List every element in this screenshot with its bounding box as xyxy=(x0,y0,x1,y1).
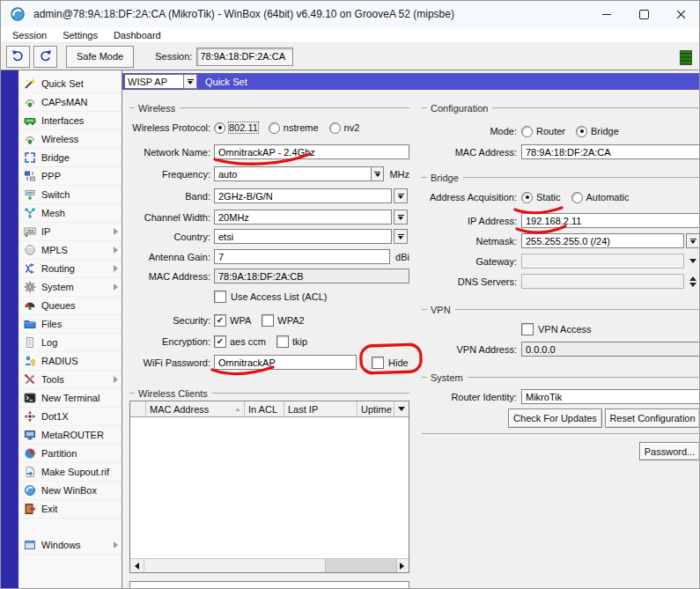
sidebar-item-windows[interactable]: Windows xyxy=(18,536,122,555)
sidebar-item-mpls[interactable]: MPLS xyxy=(18,241,122,260)
menu-session[interactable]: Session xyxy=(4,29,55,41)
sidebar-item-files[interactable]: Files xyxy=(18,315,122,334)
netmask-input[interactable] xyxy=(521,233,684,248)
safe-mode-button[interactable]: Safe Mode xyxy=(66,46,134,68)
band-input[interactable] xyxy=(214,188,392,203)
sidebar-item-radius[interactable]: RADIUS xyxy=(18,352,122,371)
ip-address-input[interactable] xyxy=(521,213,700,228)
hide-password-checkbox[interactable] xyxy=(372,357,384,369)
config-mac-input[interactable] xyxy=(521,144,700,159)
column-header-last-ip[interactable]: Last IP xyxy=(284,401,357,417)
dropdown-icon xyxy=(398,234,404,239)
scrollbar-track[interactable] xyxy=(144,559,394,572)
sidebar-item-system[interactable]: System xyxy=(18,278,122,297)
radio-option-router[interactable]: Router xyxy=(521,126,565,137)
column-header-uptime[interactable]: Uptime xyxy=(357,401,394,417)
winbox-app-icon xyxy=(10,6,26,22)
minimize-icon[interactable] xyxy=(588,1,625,27)
undo-button[interactable] xyxy=(6,46,30,68)
frequency-dropdown-button[interactable] xyxy=(371,166,385,181)
menu-dashboard[interactable]: Dashboard xyxy=(106,29,169,41)
wifi-password-input[interactable] xyxy=(214,355,357,370)
frequency-input[interactable] xyxy=(214,166,372,181)
sidebar-item-label: Partition xyxy=(41,448,77,459)
checkbox-option-tkip[interactable]: tkip xyxy=(276,335,307,348)
band-dropdown-button[interactable] xyxy=(394,188,408,203)
reset-configuration-button[interactable]: Reset Configuration xyxy=(605,409,700,428)
sidebar-item-routing[interactable]: Routing xyxy=(18,260,122,278)
preset-input[interactable] xyxy=(124,74,184,89)
sidebar-item-ip[interactable]: 255IP xyxy=(18,223,122,241)
antenna-gain-input[interactable] xyxy=(214,249,390,264)
sidebar-item-log[interactable]: Log xyxy=(18,334,122,352)
preset-dropdown-button[interactable] xyxy=(183,74,197,89)
sidebar-item-mesh[interactable]: Mesh xyxy=(18,204,122,223)
column-header-in-acl[interactable]: In ACL xyxy=(245,401,284,417)
sidebar-item-ppp[interactable]: PPP xyxy=(18,167,122,186)
channel-width-dropdown-button[interactable] xyxy=(394,210,408,225)
gateway-dropdown-icon[interactable] xyxy=(686,259,700,263)
maximize-icon[interactable] xyxy=(625,1,662,27)
menu-settings[interactable]: Settings xyxy=(55,29,106,41)
column-select-dropdown-button[interactable] xyxy=(394,401,409,417)
network-name-input[interactable] xyxy=(214,144,409,159)
sidebar-item-capsman[interactable]: CAPsMAN xyxy=(18,93,122,112)
radio-option-nv2[interactable]: nv2 xyxy=(329,122,360,134)
use-access-list-checkbox[interactable] xyxy=(214,291,226,303)
redo-button[interactable] xyxy=(33,46,57,68)
sidebar-item-queues[interactable]: Queues xyxy=(18,297,122,315)
close-icon[interactable] xyxy=(662,1,699,27)
gateway-input[interactable] xyxy=(521,254,684,269)
radio-icon xyxy=(329,122,341,134)
dns-updown-icon[interactable] xyxy=(686,276,700,287)
sidebar-item-wireless[interactable]: Wireless xyxy=(18,130,122,149)
system-gear-icon xyxy=(24,281,36,293)
files-icon xyxy=(24,318,36,330)
sidebar-item-switch[interactable]: Switch xyxy=(18,186,122,204)
submenu-arrow-icon xyxy=(114,541,118,549)
password-button[interactable]: Password... xyxy=(639,442,700,460)
radio-option-802-11[interactable]: 802.11 xyxy=(214,122,258,134)
encryption-options: aes ccmtkip xyxy=(214,335,307,348)
checkbox-option-wpa[interactable]: WPA xyxy=(214,314,251,327)
svg-text:255: 255 xyxy=(26,229,33,234)
column-header-mac-address[interactable]: MAC Address xyxy=(146,401,245,417)
sidebar-item-new-terminal[interactable]: New Terminal xyxy=(18,389,122,408)
sidebar-item-label: Files xyxy=(41,319,62,329)
sidebar-item-dot1x[interactable]: Dot1X xyxy=(18,408,122,426)
country-dropdown-button[interactable] xyxy=(394,229,408,244)
channel-width-input[interactable] xyxy=(214,210,392,225)
checkbox-label: tkip xyxy=(292,336,307,347)
horizontal-scrollbar[interactable] xyxy=(130,558,409,572)
radio-option-nstreme[interactable]: nstreme xyxy=(269,122,319,134)
sidebar-item-metarouter[interactable]: MetaROUTER xyxy=(18,426,122,445)
dns-servers-input[interactable] xyxy=(521,274,684,289)
netmask-dropdown-button[interactable] xyxy=(686,233,700,248)
scrollbar-thumb[interactable] xyxy=(325,559,397,572)
sidebar-item-bridge[interactable]: Bridge xyxy=(18,149,122,167)
clients-table-body[interactable] xyxy=(130,417,409,558)
band-label: Band: xyxy=(129,191,214,202)
radio-option-automatic[interactable]: Automatic xyxy=(571,192,630,203)
sidebar-item-tools[interactable]: Tools xyxy=(18,371,122,389)
sidebar-item-make-supout-rif[interactable]: Make Supout.rif xyxy=(18,463,122,482)
radio-option-bridge[interactable]: Bridge xyxy=(576,126,619,137)
checkbox-option-wpa2[interactable]: WPA2 xyxy=(262,314,304,327)
sidebar-item-exit[interactable]: Exit xyxy=(18,500,122,519)
router-identity-input[interactable] xyxy=(521,389,700,404)
country-input[interactable] xyxy=(214,229,392,244)
sidebar-item-partition[interactable]: Partition xyxy=(18,445,122,463)
session-input[interactable] xyxy=(196,48,293,66)
submenu-arrow-icon xyxy=(114,228,118,235)
sidebar-item-new-winbox[interactable]: New WinBox xyxy=(18,482,122,500)
check-for-updates-button[interactable]: Check For Updates xyxy=(508,409,602,428)
preset-combo[interactable] xyxy=(124,74,197,89)
sidebar-item-quick-set[interactable]: Quick Set xyxy=(18,75,122,93)
group-bridge-label: Bridge xyxy=(431,173,459,183)
sidebar-item-interfaces[interactable]: Interfaces xyxy=(18,112,122,130)
vpn-access-checkbox[interactable] xyxy=(521,323,534,335)
radio-option-static[interactable]: Static xyxy=(521,192,561,203)
radio-label: nstreme xyxy=(284,122,319,133)
scroll-left-icon[interactable] xyxy=(130,559,144,572)
checkbox-option-aes-ccm[interactable]: aes ccm xyxy=(214,335,266,348)
